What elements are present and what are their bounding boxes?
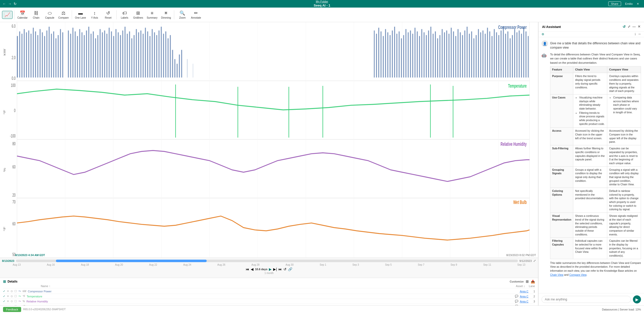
chain-icon: ⛓ [34,11,39,16]
svg-rect-132 [421,29,422,78]
ai-close-icon[interactable]: ✕ [638,25,640,29]
svg-rect-116 [385,29,386,78]
next-button[interactable]: ▶| [273,267,277,271]
svg-rect-70 [95,38,96,78]
prev-button[interactable]: ◀ [251,267,254,271]
ai-settings-icon[interactable]: ⚙ [542,32,544,36]
ai-minimize-icon[interactable]: — [632,25,636,29]
svg-rect-64 [82,32,82,78]
svg-rect-106 [177,64,177,78]
compare-view-link[interactable]: Compare View [569,273,586,276]
svg-text:-100: -100 [10,133,15,138]
svg-rect-55 [58,35,58,78]
nav-back-icon[interactable]: ← [3,2,6,6]
ai-new-chat-icon[interactable]: ✏ [638,32,641,36]
status-bar: Feedback R65.0.0-v202402062352-SNAPSHOT … [0,305,644,313]
play-button[interactable]: ▶ [269,267,272,271]
svg-rect-80 [118,32,119,78]
svg-rect-92 [145,28,146,78]
details-table-icon[interactable]: ⊞ [526,280,529,284]
ai-send-button[interactable]: ▶ [633,295,641,303]
svg-text:Compressor Power: Compressor Power [498,24,527,30]
ai-message: 🤖 To detail the differences between Chai… [542,52,641,277]
svg-rect-157 [478,29,479,78]
feedback-button[interactable]: Feedback [3,307,21,312]
annotate-button[interactable]: ✏ Annotate [189,9,202,21]
svg-rect-69 [93,31,94,78]
labels-button[interactable]: 🏷 Labels [118,9,131,21]
timeline-bar[interactable] [16,260,518,262]
svg-rect-173 [514,29,515,78]
svg-rect-76 [109,28,110,78]
nav-reload-icon[interactable]: ↻ [14,2,17,6]
details-panel: ⊞ Details Customize ⊞ 📤 Name ↑ [0,278,538,305]
svg-rect-123 [401,38,402,78]
ai-header: AI Assistant ↺ ⤢ — ✕ [539,22,644,31]
svg-rect-142 [444,32,445,78]
customize-button[interactable]: Customize [510,280,524,283]
chain-view-link[interactable]: Chain View [550,273,563,276]
refresh-button[interactable]: ↺ [283,267,287,271]
table-row-coloring: Coloring Options Not specifically mentio… [550,188,641,213]
user-menu[interactable]: Emilio [625,2,633,5]
end-date-label: 9/12/2023 [519,259,532,262]
zoom-button[interactable]: 🔍 Zoom [176,9,189,21]
svg-rect-110 [193,64,193,78]
svg-rect-85 [129,31,130,78]
skip-forward-button[interactable]: ⏭ [278,267,282,271]
copy-link-button[interactable]: 🔗 [288,267,292,271]
svg-rect-175 [519,30,520,78]
start-date-label: 8/13/2023 [2,259,14,262]
ai-input-field[interactable] [542,296,631,303]
y-axis-icon: ↕ [93,11,96,16]
folder-breadcrumb[interactable]: My Folder [316,0,328,4]
expand-timeline-icon[interactable]: ⤢ [533,259,536,263]
svg-rect-108 [181,50,182,78]
signal-row-temperature: ✓ ✕ ⊙ ☐ 〜 °F Temperature 💬 Area C 2 [3,294,535,299]
svg-rect-101 [165,31,166,78]
svg-rect-79 [116,29,116,78]
y-axis-button[interactable]: ↕ Y Axis [88,9,101,21]
chart-container[interactable]: 6.0 2.0 0.0 kW 100 0 -100 °F 80 60 20 % … [0,22,538,258]
topbar-close-icon[interactable]: ✕ [637,2,639,6]
svg-rect-137 [433,34,434,78]
svg-rect-139 [437,38,438,78]
timeline-controls: 8/13/2023 9/12/2023 ⤢ Aug 13Aug 16Aug 18… [0,258,538,278]
capsule-button[interactable]: ⬭ Capsule [43,9,56,21]
svg-rect-45 [35,31,36,78]
calendar-button[interactable]: 📅 Calendar [16,9,29,21]
one-lane-button[interactable]: ▬ One Lane [74,9,88,21]
svg-rect-176 [521,34,522,78]
summary-icon: ≡ [151,11,154,16]
svg-rect-109 [187,59,188,78]
svg-rect-50 [46,30,47,78]
svg-rect-68 [91,34,91,78]
svg-rect-71 [97,35,98,78]
table-row-access: Access Accessed by clicking the Chain ic… [550,128,641,145]
ai-expand-icon[interactable]: ⤢ [628,25,630,29]
compare-button[interactable]: ⚖ Compare [57,9,70,21]
gridlines-button[interactable]: ⊞ Gridlines [132,9,145,21]
details-export-icon[interactable]: 📤 [531,280,535,284]
svg-rect-60 [73,28,73,78]
ai-history-icon[interactable]: ↺ [623,25,626,29]
chain-button[interactable]: ⛓ Chain [30,9,43,21]
summary-button[interactable]: ≡ Summary [145,9,159,21]
chart-type-button[interactable]: 📈 [2,11,13,19]
svg-rect-149 [460,32,461,78]
svg-rect-111 [374,30,375,78]
svg-rect-102 [168,38,168,78]
dimming-button[interactable]: ☀ Dimming [159,9,172,21]
svg-rect-115 [383,36,384,78]
ai-info-icon[interactable]: ℹ [635,32,636,36]
nav-forward-icon[interactable]: → [8,2,12,6]
svg-rect-121 [397,34,397,78]
svg-rect-1 [0,22,538,258]
col-chain: Chain View [573,66,607,73]
skip-back-button[interactable]: ⏮ [246,267,249,271]
svg-rect-146 [453,31,454,78]
share-button[interactable]: Share [608,2,621,6]
svg-rect-62 [77,36,78,78]
ai-summary-text: This table summarizes the key difference… [550,261,641,277]
reset-button[interactable]: ↺ Reset [102,9,115,21]
